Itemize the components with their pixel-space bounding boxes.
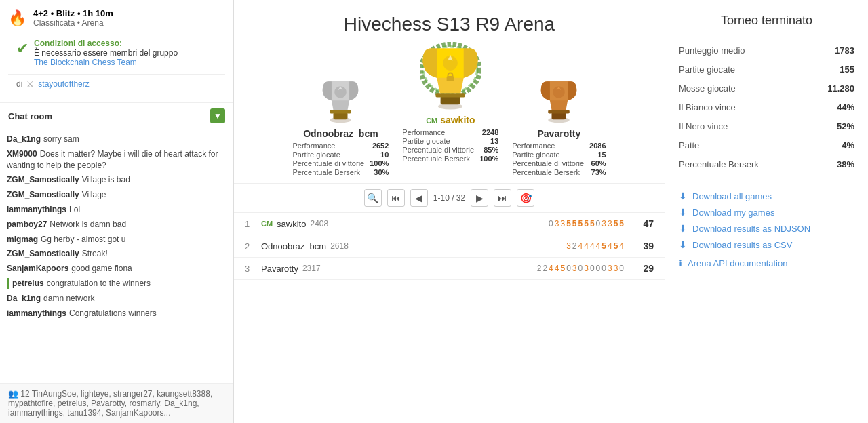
center-panel: Hivechess S13 R9 Arena Odnoobraz_bcm Per… <box>234 0 665 423</box>
score-cell: 0 <box>619 264 624 273</box>
download-link[interactable]: ⬇Download results as NDJSON <box>679 220 854 237</box>
stat-value: 1783 <box>835 45 854 56</box>
score-cell: 4 <box>596 241 601 251</box>
player-badge: CM <box>261 220 273 228</box>
chat-toggle-button[interactable]: ▼ <box>210 108 225 123</box>
download-section: ⬇Download all games⬇Download my games⬇Do… <box>679 188 854 253</box>
score-cell: 5 <box>601 241 606 251</box>
chat-message: petreiuscongratulation to the winners <box>7 278 226 289</box>
stat-label: Punteggio medio <box>679 45 745 56</box>
chat-text: Village <box>82 190 106 199</box>
chat-username[interactable]: SanjamKapoors <box>7 264 68 273</box>
chat-username[interactable]: ZGM_Samostically <box>7 249 79 258</box>
chat-username[interactable]: ZGM_Samostically <box>7 190 79 199</box>
svg-rect-7 <box>441 96 460 105</box>
score-cell: 4 <box>578 241 583 251</box>
player-rank: 3 <box>245 264 261 274</box>
access-sub: È necessario essere membri del gruppo <box>34 48 178 58</box>
score-cell: 2 <box>572 241 577 251</box>
prev-page-button[interactable]: ◀ <box>410 189 428 207</box>
player-info: CM sawkito 2408 <box>261 219 538 229</box>
silver-player-name: Odnoobraz_bcm <box>292 128 389 139</box>
chat-message: iammanythingsLol <box>7 204 226 216</box>
chat-header: Chat room ▼ <box>0 103 233 129</box>
creator-name[interactable]: stayoutoftherz <box>38 79 89 89</box>
download-label: Download results as NDJSON <box>692 224 810 234</box>
download-icon: ⬇ <box>679 207 687 218</box>
chat-username[interactable]: XM9000 <box>7 149 37 159</box>
chat-text: Lol <box>69 205 80 214</box>
search-button[interactable]: 🔍 <box>364 189 382 207</box>
chat-username[interactable]: iammanythings <box>7 205 66 214</box>
score-cell: 2 <box>542 264 547 273</box>
stat-value: 52% <box>837 121 854 132</box>
fire-icon: 🔥 <box>8 9 26 27</box>
player-name[interactable]: sawkito <box>277 219 306 229</box>
chat-message: Da_k1ngsorry sam <box>7 134 226 145</box>
download-link[interactable]: ⬇Download results as CSV <box>679 237 854 253</box>
score-cell: 2 <box>537 264 542 273</box>
download-label: Download all games <box>692 191 772 201</box>
podium-bronze: Pavarotty Performance 2086 Partite gioca… <box>512 69 606 176</box>
score-cell: 3 <box>584 264 589 273</box>
online-count: 👥 12 TinAungSoe, lighteye, stranger27, k… <box>0 383 233 423</box>
check-icon: ✔ <box>16 40 28 58</box>
player-name[interactable]: Odnoobraz_bcm <box>261 241 326 251</box>
download-icon: ⬇ <box>679 239 687 250</box>
score-cell: 5 <box>614 241 618 251</box>
chat-text: Does it matter? Maybe i will die of hear… <box>7 149 218 170</box>
chat-username[interactable]: Da_k1ng <box>7 294 41 303</box>
score-cell: 4 <box>619 241 624 251</box>
right-title: Torneo terminato <box>679 14 854 28</box>
table-row[interactable]: 3 Pavarotty 2317 224450303000330 29 <box>234 258 665 280</box>
score-sequence: 3244445454 <box>566 241 624 251</box>
stat-value: 155 <box>840 64 854 75</box>
chat-text: congratulation to the winners <box>47 279 151 288</box>
bronze-player-name: Pavarotty <box>512 128 606 139</box>
chat-username[interactable]: migmag <box>7 235 38 244</box>
tournament-info: 🔥 4+2 • Blitz • 1h 10m Classificata • Ar… <box>0 0 233 103</box>
chat-username[interactable]: pamboy27 <box>7 220 47 229</box>
download-link[interactable]: ⬇Download all games <box>679 188 854 204</box>
chat-text: Congratulations winners <box>69 308 157 318</box>
tourney-header: 🔥 4+2 • Blitz • 1h 10m Classificata • Ar… <box>8 8 225 28</box>
stat-label: Mosse giocate <box>679 83 736 94</box>
player-name[interactable]: Pavarotty <box>261 264 298 274</box>
access-link[interactable]: The Blockchain Chess Team <box>34 58 178 67</box>
stat-value: 44% <box>837 102 854 113</box>
next-page-button[interactable]: ▶ <box>471 189 488 207</box>
page-info: 1-10 / 32 <box>433 193 465 203</box>
chat-username[interactable]: ZGM_Samostically <box>7 175 79 184</box>
last-page-button[interactable]: ⏭ <box>494 189 511 207</box>
player-total: 47 <box>635 218 654 229</box>
stat-row: Percentuale Berserk38% <box>679 155 854 174</box>
silver-trophy-icon <box>317 69 364 123</box>
chat-text: Village is bad <box>82 175 130 184</box>
creator-prefix: di <box>16 79 22 89</box>
table-row[interactable]: 1 CM sawkito 2408 0335555503355 47 <box>234 213 665 235</box>
svg-rect-10 <box>447 76 454 81</box>
chat-username[interactable]: Da_k1ng <box>7 134 41 144</box>
score-cell: 0 <box>596 219 601 228</box>
download-link[interactable]: ⬇Download my games <box>679 204 854 220</box>
table-row[interactable]: 2 Odnoobraz_bcm 2618 3244445454 39 <box>234 235 665 258</box>
chat-text: damn network <box>43 294 94 303</box>
first-page-button[interactable]: ⏮ <box>387 189 405 207</box>
left-panel: 🔥 4+2 • Blitz • 1h 10m Classificata • Ar… <box>0 0 234 423</box>
tourney-type: Classificata • Arena <box>33 18 113 28</box>
download-label: Download results as CSV <box>692 240 792 250</box>
score-cell: 3 <box>572 264 577 273</box>
score-cell: 0 <box>596 264 601 273</box>
score-sequence: 0335555503355 <box>549 219 624 228</box>
chat-username[interactable]: petreius <box>12 279 44 288</box>
target-button[interactable]: 🎯 <box>517 189 534 207</box>
arena-title: Hivechess S13 R9 Arena <box>234 0 665 42</box>
api-link[interactable]: ℹ Arena API documentation <box>679 253 854 271</box>
stat-row: Il Nero vince52% <box>679 117 854 136</box>
stat-label: Partite giocate <box>679 64 735 75</box>
chat-message: migmagGg herby - almost got u <box>7 234 226 245</box>
chat-message: ZGM_SamosticallyVillage <box>7 189 226 201</box>
chat-username[interactable]: iammanythings <box>7 308 66 318</box>
sword-icon: ⚔ <box>26 79 35 89</box>
score-cell: 0 <box>578 264 583 273</box>
